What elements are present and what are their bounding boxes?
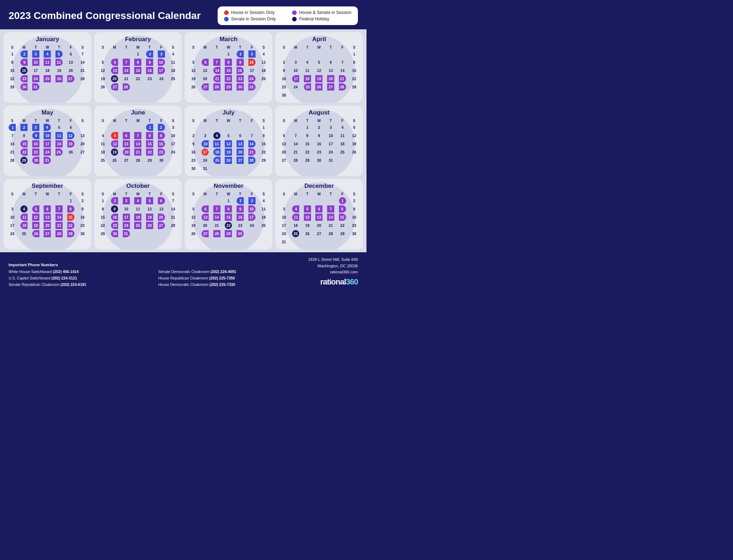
month-name-june: June [97, 109, 179, 116]
footer-address: 1828 L Street NW, Suite 640Washington, D… [308, 257, 358, 276]
header: 2023 Combined Congressional Calendar Hou… [0, 0, 366, 29]
month-october: October SMTWTFS 1 2 3 4 5 6 7 8 9 [94, 179, 182, 249]
month-name-july: July [188, 109, 270, 116]
month-december: December SMTWTFS 1 2 3 4 5 6 7 8 [275, 179, 363, 249]
month-name-september: September [6, 182, 88, 190]
month-name-march: March [188, 36, 270, 43]
legend-both: House & Senate in Session [292, 10, 351, 15]
month-name-april: April [278, 36, 360, 43]
month-may: May SMTWTFS 1 2 3 4 5 6 7 8 [4, 106, 91, 176]
legend-holiday: Federal Holiday [292, 16, 351, 21]
holiday-dot [292, 17, 297, 21]
month-name-february: February [97, 36, 179, 43]
month-july: July SMTWTFS 1 2 3 4 5 6 7 8 [185, 106, 272, 176]
house-dot [224, 10, 229, 15]
month-january: January SMTWTFS 1 2 3 4 5 6 7 [4, 32, 91, 103]
footer: Important Phone Numbers White House Swit… [0, 252, 366, 292]
footer-contact-1: White House Switchboard (202) 456-1414 [9, 269, 86, 275]
footer-contact-5: House Republican Cloakroom (202) 225-735… [158, 275, 236, 282]
footer-title: Important Phone Numbers [9, 262, 86, 268]
month-february: February SMTWTFS 1 2 3 4 5 6 7 8 [94, 32, 182, 103]
page-wrapper: 2023 Combined Congressional Calendar Hou… [0, 0, 366, 292]
footer-contact-3: Senate Republican Cloakroom (202) 224-61… [9, 282, 86, 288]
footer-contacts-center: Senate Democratic Cloakroom (202) 224-46… [158, 269, 236, 288]
month-september: September SMTWTFS 1 2 3 4 5 6 7 8 [4, 179, 91, 249]
month-june: June SMTWTFS 1 2 3 4 5 6 7 8 [94, 106, 182, 176]
month-name-november: November [188, 182, 270, 190]
month-name-december: December [278, 182, 360, 190]
footer-contacts-left: Important Phone Numbers White House Swit… [9, 262, 86, 288]
legend-senate: Senate in Session Only [224, 16, 283, 21]
both-dot [292, 10, 297, 15]
month-november: November SMTWTFS 1 2 3 4 5 6 7 8 [185, 179, 272, 249]
legend: House in Session Only House & Senate in … [218, 6, 358, 25]
page-title: 2023 Combined Congressional Calendar [9, 10, 201, 22]
month-august: August SMTWTFS 1 2 3 4 5 6 7 8 [275, 106, 363, 176]
footer-contact-6: House Democratic Cloakroom (202) 225-733… [158, 282, 236, 288]
senate-dot [224, 17, 229, 21]
legend-holiday-label: Federal Holiday [299, 16, 329, 21]
month-name-october: October [97, 182, 179, 190]
legend-house: House in Session Only [224, 10, 283, 15]
month-april: April SMTWTFS 1 2 3 4 5 6 7 8 [275, 32, 363, 103]
legend-house-label: House in Session Only [231, 10, 275, 15]
footer-right: 1828 L Street NW, Suite 640Washington, D… [308, 257, 358, 288]
month-name-may: May [6, 109, 88, 116]
footer-contact-4: Senate Democratic Cloakroom (202) 224-46… [158, 269, 236, 275]
month-name-august: August [278, 109, 360, 116]
legend-both-label: House & Senate in Session [299, 10, 351, 15]
footer-contact-2: U.S. Capitol Switchboard (202) 224-3121 [9, 275, 86, 282]
month-name-january: January [6, 36, 88, 43]
legend-senate-label: Senate in Session Only [231, 16, 276, 21]
brand-logo: rational360 [308, 276, 358, 288]
calendar-grid: January SMTWTFS 1 2 3 4 5 6 7 [0, 29, 366, 252]
month-march: March SMTWTFS 1 2 3 4 5 6 7 8 [185, 32, 272, 103]
